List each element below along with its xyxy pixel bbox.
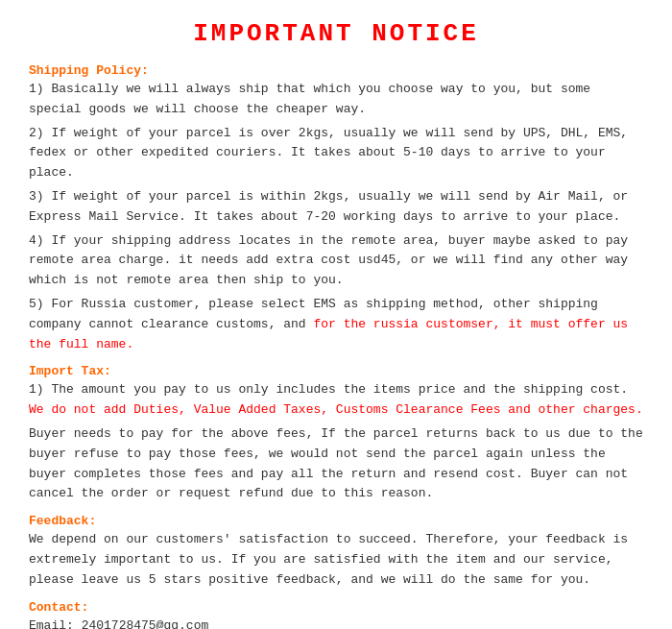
contact-section: Contact: Email: 2401728475@qq.com Wechat… [29,600,643,629]
shipping-item-2: 2) If weight of your parcel is over 2kgs… [29,124,643,183]
page-title: IMPORTANT NOTICE [29,19,643,48]
feedback-text: We depend on our customers' satisfaction… [29,530,643,590]
import-tax-heading: Import Tax: [29,364,643,378]
contact-heading: Contact: [29,600,643,615]
feedback-section: Feedback: We depend on our customers' sa… [29,514,643,590]
shipping-item-1-prefix: 1) [29,82,51,96]
shipping-item-3-text: If weight of your parcel is within 2kgs,… [29,189,628,224]
import-tax-item-1: 1) The amount you pay to us only include… [29,380,643,421]
shipping-policy-heading: Shipping Policy: [29,63,643,78]
contact-email-row: Email: 2401728475@qq.com [29,617,643,629]
import-tax-item-2: Buyer needs to pay for the above fees, I… [29,424,643,504]
shipping-item-1-text: Basically we will always ship that which… [29,82,590,116]
contact-email-value: 2401728475@qq.com [82,618,209,629]
shipping-item-3-prefix: 3) [29,189,51,204]
import-tax-item-2-text: Buyer needs to pay for the above fees, I… [29,426,643,500]
import-tax-section: Import Tax: 1) The amount you pay to us … [29,364,643,504]
page-container: IMPORTANT NOTICE Shipping Policy: 1) Bas… [0,0,672,629]
import-tax-item-1-red-text: We do not add Duties, Value Added Taxes,… [29,402,643,417]
import-tax-item-1-text-before: The amount you pay to us only includes t… [51,382,628,397]
shipping-item-2-text: If weight of your parcel is over 2kgs, u… [29,126,628,181]
shipping-item-3: 3) If weight of your parcel is within 2k… [29,187,643,228]
shipping-policy-section: Shipping Policy: 1) Basically we will al… [29,63,643,354]
shipping-item-2-prefix: 2) [29,126,51,140]
shipping-item-5-prefix: 5) [29,297,51,311]
shipping-item-4-text: If your shipping address locates in the … [29,233,628,288]
shipping-item-4-prefix: 4) [29,233,51,248]
contact-email-label: Email: [29,618,74,629]
shipping-item-4: 4) If your shipping address locates in t… [29,231,643,291]
feedback-heading: Feedback: [29,514,643,528]
shipping-item-5: 5) For Russia customer, please select EM… [29,295,643,354]
import-tax-item-1-prefix: 1) [29,382,51,397]
shipping-item-1: 1) Basically we will always ship that wh… [29,80,643,120]
